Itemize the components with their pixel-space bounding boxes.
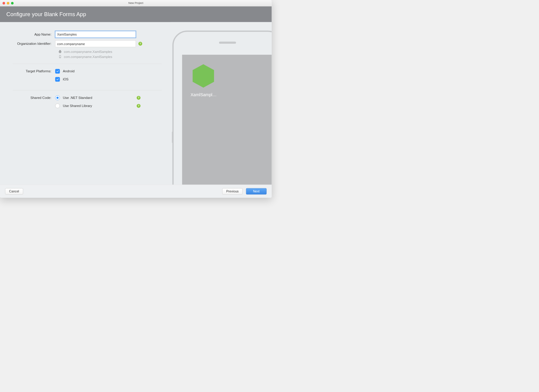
window-title: New Project bbox=[0, 1, 272, 5]
android-icon bbox=[58, 50, 62, 53]
org-id-help-icon[interactable]: ? bbox=[138, 42, 142, 46]
app-name-label: App Name: bbox=[8, 33, 55, 36]
shared-option-label: Use Shared Library bbox=[63, 104, 92, 108]
preview-panel: XamlSampl… bbox=[170, 22, 271, 185]
app-name-row: App Name: bbox=[8, 31, 162, 38]
shared-option-row: Use Shared Library ? bbox=[55, 103, 162, 108]
phone-screen: XamlSampl… bbox=[182, 55, 272, 185]
shared-code-label: Shared Code: bbox=[8, 96, 55, 100]
check-icon bbox=[56, 70, 59, 73]
banner: Configure your Blank Forms App bbox=[0, 6, 272, 22]
app-hexagon-icon bbox=[191, 63, 216, 89]
svg-marker-3 bbox=[193, 64, 214, 88]
ios-option-row: iOS bbox=[55, 77, 162, 82]
app-name-input[interactable] bbox=[55, 31, 136, 38]
org-id-input[interactable] bbox=[55, 40, 136, 47]
new-project-dialog: New Project Configure your Blank Forms A… bbox=[0, 0, 272, 198]
footer: Cancel Previous Next bbox=[0, 185, 272, 198]
netstd-option-label: Use .NET Standard bbox=[63, 96, 92, 100]
org-id-row: Organization Identifier: ? bbox=[8, 40, 162, 47]
cancel-button[interactable]: Cancel bbox=[5, 188, 23, 194]
android-option-label: Android bbox=[63, 69, 74, 73]
netstd-radio[interactable] bbox=[55, 96, 60, 100]
android-option-row: Android bbox=[55, 69, 162, 74]
org-id-label: Organization Identifier: bbox=[8, 42, 55, 46]
content-area: App Name: Organization Identifier: ? com… bbox=[0, 22, 272, 185]
phone-frame: XamlSampl… bbox=[172, 30, 272, 184]
shared-help-icon[interactable]: ? bbox=[137, 104, 141, 108]
window-controls bbox=[3, 2, 14, 4]
target-platforms-group: Target Platforms: Android iOS bbox=[8, 69, 162, 85]
android-id-text: com.companyname.XamlSamples bbox=[64, 50, 112, 53]
phone-side-button bbox=[172, 131, 173, 143]
next-button[interactable]: Next bbox=[246, 188, 267, 194]
divider-2 bbox=[13, 90, 162, 91]
shared-code-group: Shared Code: Use .NET Standard ? Use Sha… bbox=[8, 96, 162, 112]
target-platforms-label: Target Platforms: bbox=[8, 69, 55, 73]
titlebar: New Project bbox=[0, 0, 272, 6]
ios-id-preview: com.companyname.XamlSamples bbox=[58, 55, 162, 59]
svg-rect-1 bbox=[59, 56, 61, 58]
check-icon bbox=[56, 78, 59, 81]
android-checkbox[interactable] bbox=[55, 69, 60, 74]
android-id-preview: com.companyname.XamlSamples bbox=[58, 50, 162, 53]
ios-option-label: iOS bbox=[63, 77, 68, 81]
netstd-help-icon[interactable]: ? bbox=[137, 96, 141, 100]
close-window-button[interactable] bbox=[3, 2, 5, 4]
form-panel: App Name: Organization Identifier: ? com… bbox=[0, 22, 170, 185]
preview-app-label: XamlSampl… bbox=[191, 93, 218, 97]
banner-title: Configure your Blank Forms App bbox=[6, 11, 86, 18]
minimize-window-button[interactable] bbox=[7, 2, 10, 4]
divider-1 bbox=[13, 64, 162, 64]
phone-speaker bbox=[219, 42, 236, 44]
zoom-window-button[interactable] bbox=[11, 2, 14, 4]
phone-icon bbox=[58, 55, 62, 59]
ios-checkbox[interactable] bbox=[55, 77, 60, 82]
svg-point-2 bbox=[60, 58, 60, 58]
shared-radio[interactable] bbox=[55, 103, 60, 108]
ios-id-text: com.companyname.XamlSamples bbox=[64, 55, 112, 59]
previous-button[interactable]: Previous bbox=[222, 188, 242, 194]
netstd-option-row: Use .NET Standard ? bbox=[55, 96, 162, 100]
